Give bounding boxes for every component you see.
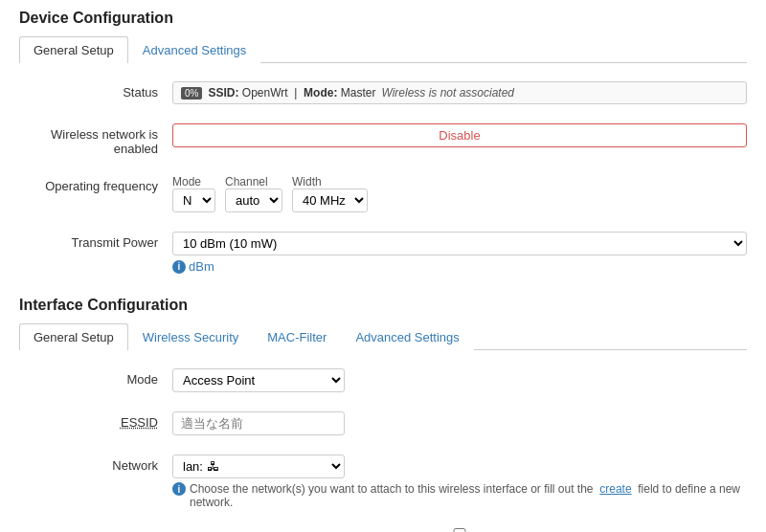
hide-essid-row: Hide ESSID — [19, 524, 747, 532]
iface-mode-content: Access Point Client Ad-Hoc Monitor — [172, 368, 747, 392]
essid-content — [172, 411, 747, 435]
transmit-power-row: Transmit Power 10 dBm (10 mW) 5 dBm (3 m… — [19, 228, 747, 277]
essid-label: ESSID — [19, 411, 172, 430]
status-box: 0% SSID: OpenWrt | Mode: Master Wireless… — [172, 81, 747, 104]
transmit-power-content: 10 dBm (10 mW) 5 dBm (3 mW) 20 dBm (100 … — [172, 232, 747, 274]
network-info-icon: i — [172, 482, 186, 496]
network-help-text: Choose the network(s) you want to attach… — [190, 482, 747, 509]
essid-row: ESSID — [19, 408, 747, 439]
operating-frequency-row: Operating frequency Mode N B G A Channel… — [19, 171, 747, 216]
not-associated-text: Wireless is not associated — [381, 86, 514, 100]
operating-frequency-label: Operating frequency — [19, 175, 172, 193]
network-label: Network — [19, 454, 172, 473]
interface-config-tabs: General Setup Wireless Security MAC-Filt… — [19, 323, 747, 350]
interface-config-section: Interface Configuration General Setup Wi… — [19, 297, 747, 532]
device-config-section: Device Configuration General Setup Advan… — [19, 10, 747, 277]
tab-iface-wireless-security[interactable]: Wireless Security — [128, 323, 253, 350]
operating-frequency-content: Mode N B G A Channel auto 1 6 11 — [172, 175, 747, 212]
tab-iface-general[interactable]: General Setup — [19, 323, 128, 350]
create-link[interactable]: create — [599, 482, 631, 496]
mode-value: Master — [341, 86, 376, 100]
iface-mode-select[interactable]: Access Point Client Ad-Hoc Monitor — [172, 368, 345, 392]
hide-essid-checkbox[interactable] — [172, 528, 747, 532]
status-ssid-label: SSID: OpenWrt | Mode: Master — [208, 86, 375, 100]
network-select-wrap: lan: 🖧 — [172, 454, 747, 478]
info-icon: i — [172, 260, 186, 274]
tab-iface-mac-filter[interactable]: MAC-Filter — [253, 323, 341, 350]
width-group: Width 40 MHz 20 MHz — [292, 175, 368, 212]
width-sub-label: Width — [292, 175, 322, 188]
transmit-power-label: Transmit Power — [19, 232, 172, 250]
channel-group: Channel auto 1 6 11 — [225, 175, 282, 212]
wireless-enabled-content: Disable — [172, 123, 747, 147]
device-config-tabs: General Setup Advanced Settings — [19, 36, 747, 63]
wireless-enabled-label: Wireless network is enabled — [19, 123, 172, 156]
hide-essid-content — [172, 528, 747, 532]
tab-device-general[interactable]: General Setup — [19, 36, 128, 63]
status-percent: 0% — [181, 87, 202, 100]
tab-iface-advanced[interactable]: Advanced Settings — [341, 323, 473, 350]
network-content: lan: 🖧 i Choose the network(s) you want … — [172, 454, 747, 509]
ssid-value: OpenWrt — [242, 86, 288, 100]
network-help: i Choose the network(s) you want to atta… — [172, 482, 747, 509]
dbm-link[interactable]: i dBm — [172, 259, 747, 274]
mode-sub-label: Mode — [172, 175, 201, 188]
mode-select[interactable]: N B G A — [172, 188, 215, 212]
device-config-title: Device Configuration — [19, 10, 747, 27]
channel-sub-label: Channel — [225, 175, 268, 188]
channel-select[interactable]: auto 1 6 11 — [225, 188, 282, 212]
mode-group: Mode N B G A — [172, 175, 215, 212]
width-select[interactable]: 40 MHz 20 MHz — [292, 188, 368, 212]
network-select[interactable]: lan: 🖧 — [172, 454, 345, 478]
status-label: Status — [19, 81, 172, 100]
ssid-key: SSID: — [208, 86, 238, 100]
dbm-label: dBm — [189, 259, 214, 274]
essid-text: ESSID — [121, 415, 158, 430]
iface-mode-row: Mode Access Point Client Ad-Hoc Monitor — [19, 365, 747, 396]
interface-config-title: Interface Configuration — [19, 297, 747, 314]
essid-input[interactable] — [172, 411, 345, 435]
network-row: Network lan: 🖧 i Choose the network(s) y… — [19, 451, 747, 513]
status-content: 0% SSID: OpenWrt | Mode: Master Wireless… — [172, 81, 747, 104]
iface-mode-label: Mode — [19, 368, 172, 387]
status-row: Status 0% SSID: OpenWrt | Mode: Master W… — [19, 78, 747, 108]
transmit-power-select[interactable]: 10 dBm (10 mW) 5 dBm (3 mW) 20 dBm (100 … — [172, 232, 747, 255]
mode-key: Mode: — [304, 86, 337, 100]
disable-button[interactable]: Disable — [172, 123, 747, 147]
frequency-group: Mode N B G A Channel auto 1 6 11 — [172, 175, 747, 212]
wireless-enabled-row: Wireless network is enabled Disable — [19, 120, 747, 160]
tab-device-advanced[interactable]: Advanced Settings — [128, 36, 260, 63]
hide-essid-label: Hide ESSID — [19, 528, 172, 532]
